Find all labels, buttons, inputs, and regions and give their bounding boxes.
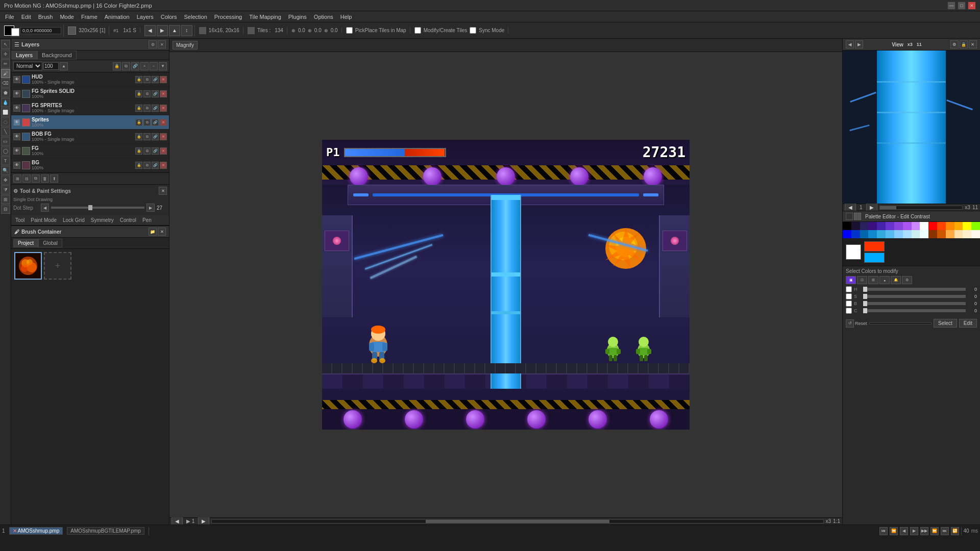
la-fgs-2[interactable]: ⧉ (143, 105, 151, 112)
la-sp-2[interactable]: ⧉ (143, 119, 151, 126)
pc-13[interactable] (954, 222, 963, 230)
la-bg-1[interactable]: 🔒 (135, 162, 142, 169)
la-sp-3[interactable]: 🔗 (152, 119, 159, 126)
playback-end[interactable]: ⏭ (941, 527, 949, 535)
menu-edit[interactable]: Edit (18, 13, 34, 21)
layer-action-hud-2[interactable]: ⧉ (143, 76, 151, 83)
layer-del[interactable]: − (150, 62, 158, 70)
tool-tab-tool[interactable]: Tool (14, 217, 26, 223)
la-fg-3[interactable]: 🔗 (152, 147, 159, 155)
layer-item-fg[interactable]: 👁 FG 100% 🔒 ⧉ 🔗 ✕ (11, 144, 169, 158)
layer-item-bg[interactable]: 👁 BG 100% 🔒 ⧉ 🔗 ✕ (11, 158, 169, 172)
minimize-button[interactable]: — (947, 2, 955, 10)
view-close[interactable]: ✕ (969, 40, 977, 48)
playback-play[interactable]: ▶ (910, 527, 918, 535)
b-slider-checkbox[interactable] (846, 300, 852, 307)
la-fgss-3[interactable]: 🔗 (152, 90, 159, 97)
pc-15[interactable] (971, 222, 980, 230)
b-slider-track[interactable] (863, 302, 966, 305)
color-mode-6[interactable]: ⚙ (902, 276, 912, 284)
playback-loop[interactable]: 🔁 (951, 527, 959, 535)
tool-brush[interactable]: 🖌 (1, 69, 10, 78)
tool-ellipse[interactable]: ◯ (1, 146, 10, 156)
reset-icon[interactable]: ↺ (846, 319, 854, 328)
layer-action-hud-3[interactable]: 🔗 (152, 76, 159, 83)
nav-left[interactable]: ◀ (144, 25, 156, 36)
layer-add[interactable]: + (140, 62, 149, 70)
pc-23[interactable] (903, 230, 912, 238)
pc-18[interactable] (860, 230, 869, 238)
pc-14[interactable] (963, 222, 971, 230)
la-sp-1[interactable]: 🔒 (135, 119, 142, 126)
layer-footer-btn1[interactable]: ⊞ (13, 174, 21, 183)
palette-bg-indicator[interactable] (854, 213, 861, 220)
layers-close[interactable]: ✕ (158, 40, 166, 48)
tool-select-lasso[interactable]: ◌ (1, 117, 10, 127)
layer-eye-bobfg[interactable]: 👁 (13, 133, 20, 140)
color-mode-1[interactable]: ▣ (846, 276, 856, 284)
menu-plugins[interactable]: Plugins (285, 13, 310, 21)
pc-8[interactable] (912, 222, 920, 230)
c-slider-checkbox[interactable] (846, 308, 852, 314)
la-fg-2[interactable]: ⧉ (143, 147, 151, 155)
pc-21[interactable] (886, 230, 894, 238)
layer-footer-btn4[interactable]: 🗑 (41, 174, 49, 183)
s-slider-track[interactable] (863, 295, 966, 298)
canvas-wrapper[interactable]: P1 27231 (169, 52, 842, 517)
color-mode-3[interactable]: ⊞ (868, 276, 878, 284)
layer-eye-bg[interactable]: 👁 (13, 162, 20, 169)
layer-item-hud[interactable]: 👁 HUD 100% - Single Image 🔒 ⧉ 🔗 ✕ (11, 72, 169, 87)
la-bf-2[interactable]: ⧉ (143, 133, 151, 140)
menu-layers[interactable]: Layers (134, 13, 157, 21)
select-button[interactable]: Select (934, 319, 957, 328)
view-btn2[interactable]: ▶ (855, 40, 863, 48)
pc-11[interactable] (937, 222, 946, 230)
pc-4[interactable] (877, 222, 886, 230)
la-fg-4[interactable]: ✕ (160, 147, 167, 155)
tool-select-rect[interactable]: ⬜ (1, 108, 10, 117)
pc-16[interactable] (843, 230, 851, 238)
layer-item-fgspritessolid[interactable]: 👁 FG Sprites SOLID 100% 🔒 ⧉ 🔗 ✕ (11, 87, 169, 101)
la-bf-3[interactable]: 🔗 (152, 133, 159, 140)
menu-selection[interactable]: Selection (181, 13, 210, 21)
tool-tab-control[interactable]: Control (119, 217, 137, 223)
layer-item-fgsprites[interactable]: 👁 FG SPRITES 100% - Single Image 🔒 ⧉ 🔗 ✕ (11, 101, 169, 115)
layer-item-bobfg[interactable]: 👁 BOB FG 100% - Single Image 🔒 ⧉ 🔗 ✕ (11, 130, 169, 144)
layer-copy[interactable]: ⧉ (122, 62, 130, 70)
menu-mode[interactable]: Mode (57, 13, 77, 21)
tool-warp[interactable]: ⧩ (1, 185, 10, 194)
pc-27[interactable] (937, 230, 946, 238)
layers-settings[interactable]: ⚙ (149, 40, 157, 48)
brush-item-1[interactable] (14, 252, 42, 280)
close-button[interactable]: ✕ (968, 2, 976, 10)
tab-layers[interactable]: Layers (11, 51, 37, 60)
tool-extra2[interactable]: ⊟ (1, 205, 10, 214)
canvas-scrollbar-track[interactable] (211, 519, 823, 523)
la-fgs-1[interactable]: 🔒 (135, 105, 142, 112)
tool-rect[interactable]: ▭ (1, 137, 10, 146)
palette-swatch-red[interactable] (864, 241, 885, 252)
palette-swatch-cyan[interactable] (864, 253, 885, 263)
pc-9[interactable] (920, 222, 928, 230)
view-btn1[interactable]: ◀ (846, 40, 854, 48)
pc-10[interactable] (928, 222, 937, 230)
pc-0[interactable] (843, 222, 851, 230)
nav-down[interactable]: ↕ (181, 25, 192, 36)
edit-button[interactable]: Edit (959, 319, 977, 328)
view-lock[interactable]: 🔒 (960, 40, 968, 48)
la-bg-2[interactable]: ⧉ (143, 162, 151, 169)
view-scrollbar-track[interactable] (879, 206, 963, 210)
view-settings[interactable]: ⚙ (950, 40, 959, 48)
pc-25[interactable] (920, 230, 928, 238)
menu-animation[interactable]: Animation (102, 13, 133, 21)
menu-help[interactable]: Help (337, 13, 355, 21)
tool-fill[interactable]: ⬟ (1, 88, 10, 97)
tool-eyedropper[interactable]: 💧 (1, 98, 10, 107)
la-fgss-4[interactable]: ✕ (160, 90, 167, 97)
pc-26[interactable] (928, 230, 937, 238)
statusbar-tab-file2[interactable]: AMOSshmupBGTILEMAP.pmp (67, 527, 144, 535)
pc-2[interactable] (860, 222, 869, 230)
pc-7[interactable] (903, 222, 912, 230)
blend-mode-select[interactable]: Normal (13, 62, 42, 70)
la-fgss-2[interactable]: ⧉ (143, 90, 151, 97)
